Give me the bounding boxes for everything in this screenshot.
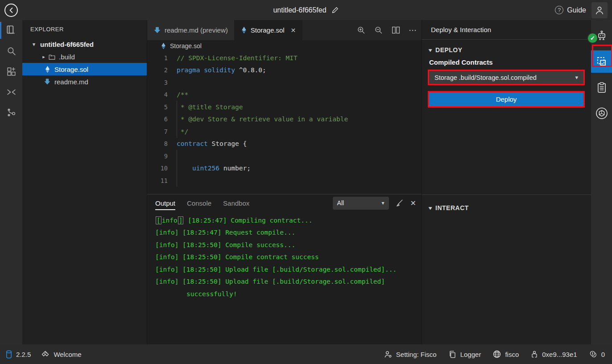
sidebar-item-explorer[interactable]: [0, 20, 22, 41]
version-label: 2.2.5: [16, 351, 31, 358]
divider: [422, 194, 591, 195]
status-network[interactable]: fisco: [492, 350, 519, 359]
log-line: [info] [18:25:50] Upload file [.build/St…: [155, 276, 422, 288]
rightbar-item-ai-chat[interactable]: [591, 102, 612, 124]
user-gear-icon: [384, 350, 393, 359]
rightbar-item-audit[interactable]: [591, 76, 612, 99]
rightbar-item-deploy[interactable]: [591, 50, 612, 73]
status-balance[interactable]: 0: [589, 350, 605, 359]
handshake-icon: [41, 350, 50, 359]
status-logger[interactable]: Logger: [448, 350, 481, 359]
more-actions-icon[interactable]: ⋯: [409, 25, 417, 35]
sidebar-item-extensions[interactable]: [0, 61, 22, 82]
tab-label: Storage.sol: [251, 26, 285, 34]
code-line: 3: [147, 76, 422, 89]
code-editor[interactable]: Storage.sol 1// SPDX-License-Identifier:…: [147, 40, 422, 194]
editor-actions: ⋯: [356, 20, 417, 40]
titlebar-right: ? Guide: [555, 0, 608, 20]
openai-icon: [595, 107, 608, 120]
back-button[interactable]: [4, 4, 18, 17]
folder-label: .build: [59, 53, 75, 61]
zoom-out-icon[interactable]: [374, 25, 383, 35]
line-number: 2: [147, 66, 177, 74]
clear-output-icon[interactable]: [395, 199, 404, 207]
tab-label: readme.md (preview): [165, 26, 228, 34]
welcome-label: Welcome: [54, 351, 81, 358]
split-editor-icon[interactable]: [391, 25, 401, 35]
arrow-left-icon: [8, 7, 15, 14]
code-line: 2pragma solidity ^0.8.0;: [147, 64, 422, 77]
sidebar-item-source-control[interactable]: [0, 102, 22, 123]
coins-icon: [589, 350, 598, 359]
tab-console[interactable]: Console: [187, 194, 211, 211]
sidebar-item-collapse[interactable]: [0, 82, 22, 102]
git-branch-icon: [6, 107, 17, 118]
edit-pencil-icon[interactable]: [331, 6, 339, 14]
balance-label: 0: [601, 351, 605, 358]
guide-button[interactable]: ? Guide: [555, 6, 586, 14]
collapse-arrows-icon: [6, 87, 17, 98]
interact-section-header[interactable]: ▾ INTERACT: [422, 200, 591, 215]
files-icon: [5, 25, 17, 36]
status-account[interactable]: 0xe9...93e1: [530, 350, 577, 359]
tree-item-storage-sol[interactable]: Storage.sol: [22, 63, 147, 75]
search-icon: [6, 46, 17, 57]
tab-storage-sol[interactable]: Storage.sol ✕: [235, 20, 303, 40]
log-lines: [info] [18:25:47] Compiling contract...[…: [147, 211, 422, 300]
question-icon: ?: [555, 6, 563, 14]
zoom-in-icon[interactable]: [356, 25, 366, 35]
line-number: 1: [147, 54, 177, 62]
avatar[interactable]: [591, 2, 608, 18]
user-icon: [595, 5, 604, 15]
line-number: 3: [147, 79, 177, 86]
project-title: untitled-6f665fed: [273, 6, 326, 14]
line-number: 7: [147, 128, 177, 135]
status-version[interactable]: 2.2.5: [5, 350, 31, 359]
ide-window: untitled-6f665fed ? Guide: [0, 0, 612, 364]
status-setting[interactable]: Setting: Fisco: [384, 350, 437, 359]
tab-readme-md[interactable]: readme.md (preview): [147, 20, 235, 40]
editor-tab-bar: readme.md (preview) Storage.sol ✕ ⋯: [147, 20, 422, 40]
breadcrumb[interactable]: Storage.sol: [147, 40, 422, 52]
line-number: 10: [147, 165, 177, 172]
tree-item-root[interactable]: ▾ untitled-6f665fed: [22, 38, 147, 50]
line-number: 9: [147, 153, 177, 160]
database-icon: [5, 350, 12, 359]
success-badge: ✓: [587, 33, 598, 44]
compiled-contracts-dropdown[interactable]: Storage .build/Storage.sol.compiled ▾: [428, 70, 585, 85]
extensions-icon: [6, 66, 17, 77]
log-line: [info] [18:25:47] Request compile...: [155, 227, 422, 239]
right-activity-bar: [591, 20, 612, 344]
indent-guide: [177, 150, 177, 162]
log-line: successfully!: [155, 288, 422, 300]
tab-sandbox[interactable]: Sandbox: [223, 194, 249, 211]
status-welcome[interactable]: Welcome: [41, 350, 81, 359]
deploy-section-header[interactable]: ▾ DEPLOY: [422, 42, 591, 58]
code-text: * @dev Store & retrieve value in a varia…: [177, 116, 348, 123]
breadcrumb-label: Storage.sol: [170, 42, 202, 50]
code-text: */: [177, 128, 188, 135]
indent-guide: [177, 174, 177, 187]
log-line: [info] [18:25:50] Compile success...: [155, 239, 422, 251]
deploy-button[interactable]: Deploy: [428, 91, 585, 108]
account-label: 0xe9...93e1: [542, 351, 577, 358]
project-title-wrap: untitled-6f665fed: [0, 0, 612, 20]
log-filter-dropdown[interactable]: All ▾: [333, 197, 389, 210]
tree-item-readme-md[interactable]: readme.md: [22, 75, 147, 88]
code-lines: 1// SPDX-License-Identifier: MIT2pragma …: [147, 52, 422, 187]
section-label: INTERACT: [435, 204, 469, 211]
code-line: 1// SPDX-License-Identifier: MIT: [147, 52, 422, 64]
log-line: [info] [18:25:50] Upload file [.build/St…: [155, 263, 422, 276]
code-line: 7 */: [147, 125, 422, 138]
close-tab-icon[interactable]: ✕: [291, 27, 296, 34]
explorer-header: EXPLORER: [22, 20, 147, 38]
sidebar-item-search[interactable]: [0, 41, 22, 61]
markdown-file-icon: [43, 78, 52, 85]
close-panel-icon[interactable]: ✕: [410, 199, 416, 207]
line-number: 8: [147, 140, 177, 147]
tree-item-build-folder[interactable]: ▸ .build: [22, 50, 147, 63]
tab-output[interactable]: Output: [155, 194, 175, 211]
markdown-file-icon: [153, 26, 161, 34]
chevron-down-icon: ▾: [30, 41, 37, 47]
editor-column: readme.md (preview) Storage.sol ✕ ⋯ Stor…: [147, 20, 422, 344]
